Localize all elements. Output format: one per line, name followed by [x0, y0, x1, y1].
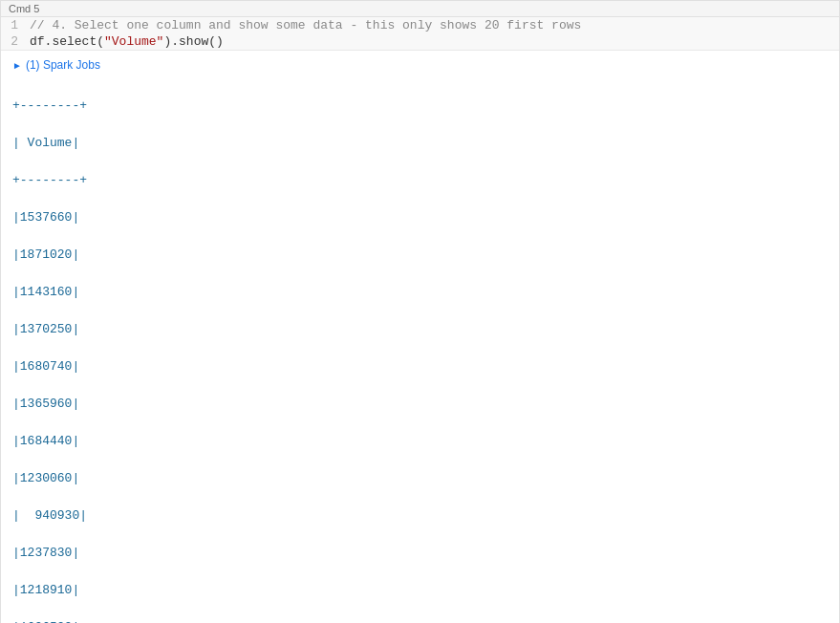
- table-header: | Volume|: [12, 134, 828, 153]
- table-output: +--------+ | Volume| +--------+ |1537660…: [12, 77, 828, 623]
- table-row-4: |1680740|: [12, 357, 828, 376]
- table-border-top: +--------+: [12, 97, 828, 116]
- table-row-9: |1237830|: [12, 544, 828, 563]
- table-row-2: |1143160|: [12, 283, 828, 302]
- code-line-2: 2 df.select("Volume").show(): [1, 33, 839, 50]
- table-row-7: |1230060|: [12, 469, 828, 488]
- table-row-6: |1684440|: [12, 432, 828, 451]
- cell-header: Cmd 5: [1, 1, 839, 17]
- spark-jobs-label[interactable]: ► (1) Spark Jobs: [12, 58, 828, 72]
- table-row-8: | 940930|: [12, 506, 828, 526]
- table-row-5: |1365960|: [12, 395, 828, 414]
- code-area: 1 // 4. Select one column and show some …: [1, 17, 839, 51]
- table-row-0: |1537660|: [12, 208, 828, 227]
- spark-jobs-text: (1) Spark Jobs: [26, 58, 100, 72]
- table-border-mid: +--------+: [12, 171, 828, 190]
- code-line-1: 1 // 4. Select one column and show some …: [1, 17, 839, 33]
- table-row-1: |1871020|: [12, 246, 828, 265]
- table-row-11: |1696500|: [12, 618, 828, 624]
- line-number-2: 2: [1, 34, 30, 49]
- code-text-1: // 4. Select one column and show some da…: [30, 18, 581, 32]
- spark-jobs-arrow-icon: ►: [12, 60, 22, 71]
- table-row-3: |1370250|: [12, 320, 828, 339]
- notebook-cell: Cmd 5 1 // 4. Select one column and show…: [0, 0, 840, 623]
- line-number-1: 1: [1, 18, 30, 32]
- output-area: ► (1) Spark Jobs +--------+ | Volume| +-…: [1, 51, 839, 623]
- cmd-label: Cmd 5: [9, 3, 39, 14]
- table-row-10: |1218910|: [12, 581, 828, 600]
- code-text-2: df.select("Volume").show(): [30, 34, 224, 49]
